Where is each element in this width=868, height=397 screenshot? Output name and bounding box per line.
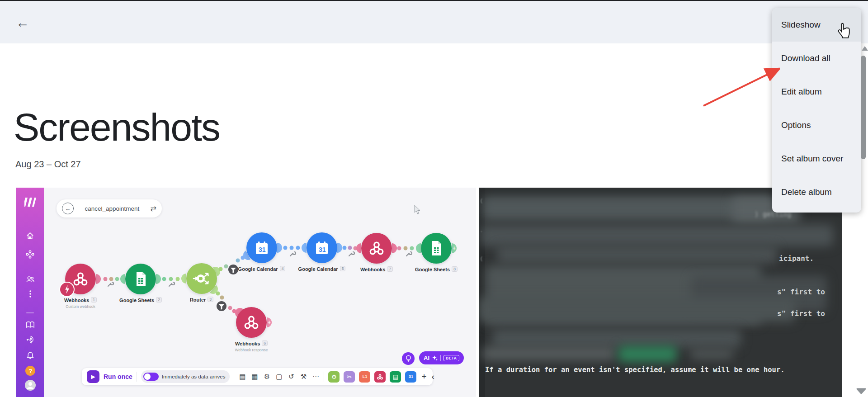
terminal-text-line: s" first to (777, 309, 825, 318)
svg-text:+: + (268, 319, 271, 326)
divider (137, 372, 137, 382)
add-module-button[interactable]: + (421, 372, 426, 382)
webhook-app-button[interactable] (374, 371, 386, 383)
back-button[interactable]: ← (14, 14, 32, 32)
ai-sparkle-icon (432, 355, 438, 361)
instant-trigger-icon (59, 282, 75, 297)
menu-item-delete-album[interactable]: Delete album (772, 175, 861, 209)
annotation-arrow (696, 63, 780, 111)
back-arrow-icon: ← (16, 15, 29, 30)
photo-make-scenario[interactable]: + + Webhooks1 Custom webhook (16, 188, 476, 397)
module-webhook-response[interactable]: Webhooks6 Webhook response (236, 307, 267, 338)
svg-text:+: + (453, 245, 456, 251)
more-vertical-icon[interactable] (16, 289, 44, 298)
notes-icon[interactable]: ▢ (275, 373, 283, 381)
svg-text:31: 31 (259, 246, 266, 253)
mouse-cursor (414, 205, 421, 215)
run-once-button[interactable]: ▶ (87, 370, 99, 383)
redacted-green-button (618, 346, 677, 362)
redacted-block (482, 347, 616, 360)
scheduling-toggle[interactable] (143, 373, 159, 381)
photo-terminal[interactable]: ( . ( ) getting icipant. s" first to s" … (479, 188, 842, 397)
svg-text:?: ? (28, 368, 32, 374)
divider (234, 372, 234, 382)
module-google-sheets-2[interactable]: Google Sheets8 (421, 233, 452, 264)
module-webhooks-trigger[interactable]: Webhooks1 Custom webhook (65, 264, 96, 294)
scenario-name: cancel_appointment (78, 205, 146, 212)
redacted-block (492, 329, 741, 348)
hints-button[interactable] (402, 352, 415, 365)
make-sidebar: ? (16, 188, 44, 397)
tools-button[interactable]: ✂ (344, 371, 355, 383)
menu-item-options[interactable]: Options (772, 109, 861, 142)
module-google-calendar-1[interactable]: 31 Google Calendar4 (246, 232, 277, 263)
profile-avatar[interactable] (16, 379, 44, 391)
menu-item-edit-album[interactable]: Edit album (772, 75, 861, 109)
google-calendar-icon: 31 (246, 232, 277, 263)
scrollbar-down-arrow[interactable] (856, 387, 867, 395)
redacted-block (497, 246, 777, 264)
sidebar-divider (26, 312, 34, 313)
scenario-back-icon[interactable]: ← (62, 203, 74, 214)
notifications-icon[interactable] (16, 350, 44, 360)
divider (324, 372, 324, 382)
scrollbar-up-arrow[interactable] (862, 46, 868, 51)
redacted-block (479, 297, 795, 322)
scheduling-pill[interactable]: Immediately as data arrives (141, 370, 230, 383)
app-header: ← (0, 1, 868, 43)
redacted-block (482, 196, 772, 221)
album-date-range: Aug 23 – Oct 27 (15, 159, 81, 170)
webhook-icon (361, 233, 392, 264)
google-calendar-icon: 31 (307, 232, 337, 263)
settings-icon[interactable]: ⚙ (263, 373, 271, 381)
google-sheets-icon (421, 233, 452, 264)
module-google-sheets-1[interactable]: Google Sheets2 (125, 264, 156, 294)
terminal-text-line: icipant. (779, 254, 814, 263)
hand-cursor (836, 22, 852, 40)
redacted-block (690, 349, 733, 359)
save-icon[interactable]: ▤ (238, 373, 246, 381)
module-router[interactable]: Router3 (186, 263, 217, 294)
sheets-app-button[interactable]: ▤ (390, 371, 401, 383)
redacted-block (481, 225, 833, 246)
undo-icon[interactable]: ↺ (287, 373, 295, 381)
webhook-icon (236, 307, 267, 338)
module-google-calendar-2[interactable]: 31 Google Calendar5 (307, 232, 337, 263)
templates-icon[interactable] (16, 320, 44, 330)
scrollbar-thumb[interactable] (861, 56, 866, 159)
filter-icon (217, 301, 226, 311)
more-icon[interactable]: ⋯ (311, 373, 320, 381)
home-icon[interactable] (16, 231, 44, 241)
calendar-app-button[interactable]: 31 (405, 371, 416, 383)
svg-text:31: 31 (319, 246, 326, 253)
scenario-name-bar[interactable]: ← cancel_appointment ⇄ (57, 199, 162, 217)
module-webhooks-2[interactable]: Webhooks7 (361, 233, 392, 264)
swap-icon[interactable]: ⇄ (151, 204, 156, 213)
collapse-toolbar-button[interactable]: ‹ (432, 372, 434, 382)
scenario-toolbar: ▶ Run once Immediately as data arrives ▤… (82, 368, 433, 385)
zoom-level-button[interactable]: L1 (359, 371, 370, 383)
lightbulb-icon (405, 355, 412, 363)
ai-beta-button[interactable]: AI BETA (419, 351, 464, 364)
rocket-icon[interactable] (16, 335, 44, 345)
router-icon (186, 263, 217, 294)
beta-badge: BETA (443, 355, 459, 361)
album-title: Screenshots (14, 108, 220, 147)
tools-icon[interactable]: ⚒ (299, 373, 307, 381)
terminal-text-line: s" first to (777, 288, 825, 296)
scenarios-icon[interactable] (16, 249, 44, 259)
terminal-bottom-line: If a duration for an event isn't specifi… (485, 366, 785, 374)
google-sheets-icon (125, 264, 156, 294)
divider (440, 355, 441, 361)
help-icon[interactable]: ? (16, 365, 44, 376)
run-once-label: Run once (104, 373, 132, 380)
auto-align-button[interactable]: ⚙ (328, 371, 340, 383)
menu-item-download-all[interactable]: Download all (772, 42, 861, 75)
make-logo (16, 196, 44, 208)
menu-item-set-album-cover[interactable]: Set album cover (772, 142, 861, 175)
users-icon[interactable] (16, 274, 44, 284)
align-icon[interactable]: ▦ (250, 373, 259, 381)
